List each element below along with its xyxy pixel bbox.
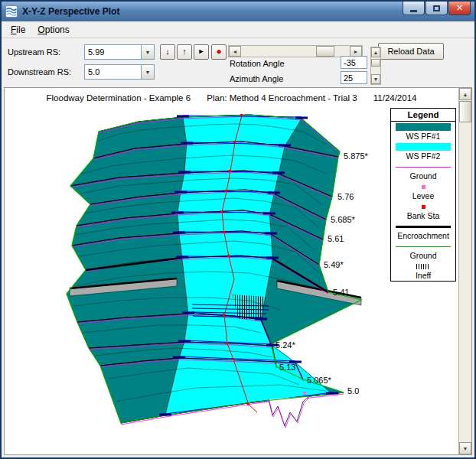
spinner-down-icon[interactable]: ▼ xyxy=(371,74,380,84)
station-label: 5.0 xyxy=(347,386,359,396)
menu-options[interactable]: Options xyxy=(31,22,75,37)
station-label: 5.76 xyxy=(337,192,354,201)
station-label: 5.24* xyxy=(275,340,295,350)
legend-title: Legend xyxy=(391,109,455,122)
angle-spinner[interactable]: ▲ ▼ xyxy=(370,47,381,85)
upstream-rs-label: Upstream RS: xyxy=(8,47,60,57)
azimuth-angle-input[interactable] xyxy=(341,71,367,84)
upstream-rs-value: 5.99 xyxy=(85,45,141,59)
plot-title-date: 11/24/2014 xyxy=(373,93,417,103)
downstream-rs-value: 5.0 xyxy=(85,65,141,79)
plot-title: Floodway Determination - Example 6 Plan:… xyxy=(5,93,458,103)
station-label: 5.875* xyxy=(344,151,369,161)
legend-line-ground-magenta xyxy=(396,167,451,168)
title-bar: X-Y-Z Perspective Plot ✕ xyxy=(2,2,474,21)
step-downstream-button[interactable]: ↓ xyxy=(160,44,175,60)
plot-surface: Floodway Determination - Example 6 Plan:… xyxy=(5,88,458,454)
scrollbar-up-icon[interactable]: ▲ xyxy=(459,88,471,100)
scroll-left-icon[interactable]: ◄ xyxy=(229,46,241,57)
downstream-rs-combobox[interactable]: 5.0 ▼ xyxy=(84,64,155,80)
app-icon xyxy=(5,5,18,18)
legend-marker-levee xyxy=(422,185,425,189)
rotation-angle-input[interactable] xyxy=(341,56,367,69)
upstream-rs-combobox[interactable]: 5.99 ▼ xyxy=(84,44,155,60)
menu-bar: File Options xyxy=(2,21,474,38)
maximize-icon xyxy=(433,5,440,11)
legend-marker-bank-sta xyxy=(422,205,425,209)
minimize-button[interactable] xyxy=(403,2,425,15)
downstream-bed-profile xyxy=(269,396,309,428)
ineff-hatch-area xyxy=(233,295,266,319)
station-label: 5.685* xyxy=(331,215,356,224)
close-icon: ✕ xyxy=(456,4,463,12)
reload-data-button[interactable]: Reload Data xyxy=(378,43,444,60)
minimize-icon xyxy=(410,10,417,12)
window-title: X-Y-Z Perspective Plot xyxy=(22,6,119,17)
control-panel: Upstream RS: 5.99 ▼ ↓ ↑ ► ● ◄ ► Reload D… xyxy=(2,38,474,87)
rotation-angle-label: Rotation Angle xyxy=(230,59,285,68)
legend-swatch-ws-pf1 xyxy=(396,123,451,131)
caption-buttons: ✕ xyxy=(403,2,471,15)
upstream-dropdown-icon[interactable]: ▼ xyxy=(141,45,154,59)
station-label: 5.49* xyxy=(324,260,344,269)
station-label: 5.41 xyxy=(333,288,349,297)
record-button[interactable]: ● xyxy=(211,44,227,60)
plot-area: Floodway Determination - Example 6 Plan:… xyxy=(4,87,472,455)
plot-title-plan: Plan: Method 4 Encroachment - Trial 3 xyxy=(207,93,357,103)
menu-file[interactable]: File xyxy=(5,22,31,37)
station-label: 5.13 xyxy=(279,363,295,372)
angle-spinner-track[interactable] xyxy=(371,57,380,74)
maximize-button[interactable] xyxy=(425,2,448,15)
legend-line-ground-green xyxy=(396,246,451,247)
rotation-scrollbar-thumb[interactable] xyxy=(316,46,334,57)
legend-line-encroachment xyxy=(396,226,451,228)
legend: Legend WS PF#1 WS PF#2 Ground Levee Bank… xyxy=(390,108,456,282)
downstream-rs-label: Downstream RS: xyxy=(8,67,71,76)
scroll-right-icon[interactable]: ► xyxy=(350,46,362,57)
spinner-up-icon[interactable]: ▲ xyxy=(371,47,380,57)
app-window: X-Y-Z Perspective Plot ✕ File Options Up… xyxy=(0,0,476,459)
station-label: 5.61 xyxy=(328,234,344,243)
step-upstream-button[interactable]: ↑ xyxy=(177,44,192,60)
plot-scrollbar-thumb[interactable] xyxy=(459,101,471,122)
legend-marker-ineff xyxy=(416,264,430,269)
scrollbar-down-icon[interactable]: ▼ xyxy=(459,442,471,454)
plot-vertical-scrollbar[interactable]: ▲ ▼ xyxy=(458,88,471,454)
station-label: 5.065* xyxy=(307,376,332,385)
plot-scrollbar-track[interactable] xyxy=(459,100,471,442)
plot-title-project: Floodway Determination - Example 6 xyxy=(47,93,191,103)
rotation-scrollbar-track[interactable] xyxy=(241,46,350,57)
legend-swatch-ws-pf2 xyxy=(396,143,451,151)
close-button[interactable]: ✕ xyxy=(448,2,471,15)
downstream-dropdown-icon[interactable]: ▼ xyxy=(141,65,154,79)
azimuth-angle-label: Azimuth Angle xyxy=(230,74,283,83)
angle-spinner-thumb[interactable] xyxy=(371,59,380,67)
animate-button[interactable]: ► xyxy=(194,44,209,60)
